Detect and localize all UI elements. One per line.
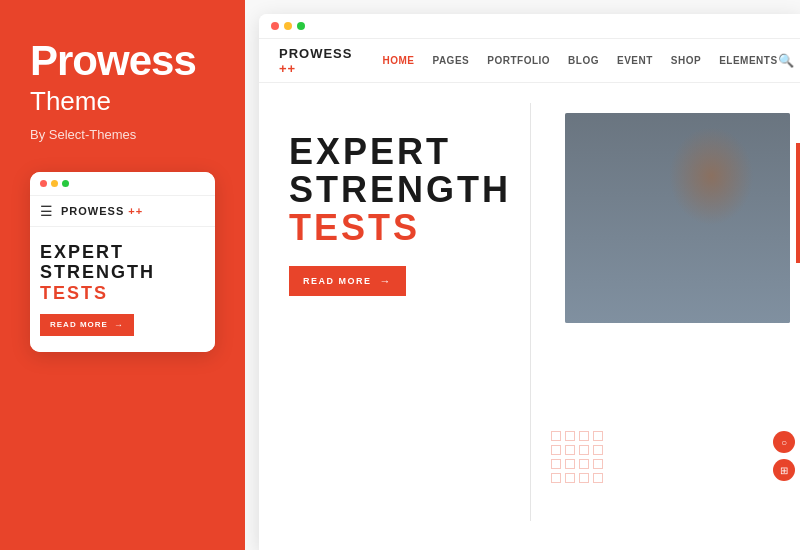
desktop-dot-yellow <box>284 22 292 30</box>
desktop-heading-line1: EXPERT <box>289 133 511 171</box>
mobile-heading-line1: EXPERT <box>40 243 205 263</box>
mobile-preview-card: ☰ PROWESS ++ EXPERT STRENGTH TESTS READ … <box>30 172 215 352</box>
side-icon-cart: ⊞ <box>773 459 795 481</box>
desktop-arrow-icon: → <box>380 275 393 287</box>
mobile-titlebar <box>30 172 215 196</box>
hero-image <box>565 113 790 323</box>
mobile-heading-line2: STRENGTH <box>40 263 205 283</box>
hamburger-icon: ☰ <box>40 203 53 219</box>
desktop-hero-left: EXPERT STRENGTH TESTS READ MORE → <box>259 83 541 541</box>
mobile-arrow-icon: → <box>114 320 124 330</box>
desktop-hero: EXPERT STRENGTH TESTS READ MORE → <box>259 83 800 541</box>
side-icons: ○ ⊞ <box>773 431 795 481</box>
theme-subtitle: Theme <box>30 86 215 117</box>
nav-link-shop[interactable]: SHOP <box>671 55 701 66</box>
desktop-window: PROWESS ++ HOME PAGES PORTFOLIO BLOG EVE… <box>259 14 800 550</box>
desktop-hero-right <box>541 83 800 541</box>
mobile-dot-red <box>40 180 47 187</box>
grid-overlay <box>551 431 631 511</box>
mobile-heading-highlight: TESTS <box>40 283 205 304</box>
nav-link-home[interactable]: HOME <box>382 55 414 66</box>
nav-link-event[interactable]: EVENT <box>617 55 653 66</box>
person-figure <box>565 113 790 323</box>
desktop-nav-icons: 🔍 🛒 ≡ <box>778 51 800 71</box>
desktop-dot-red <box>271 22 279 30</box>
mobile-logo: PROWESS ++ <box>61 205 143 217</box>
desktop-nav-logo: PROWESS ++ <box>279 46 352 76</box>
desktop-titlebar <box>259 14 800 39</box>
mobile-dot-yellow <box>51 180 58 187</box>
desktop-heading-line2: STRENGTH <box>289 171 511 209</box>
nav-link-pages[interactable]: PAGES <box>432 55 469 66</box>
red-bar-accent <box>796 143 800 263</box>
side-icon-circle: ○ <box>773 431 795 453</box>
theme-title: Prowess <box>30 40 215 82</box>
by-line: By Select-Themes <box>30 127 215 142</box>
desktop-dot-green <box>297 22 305 30</box>
mobile-cta-button[interactable]: READ MORE → <box>40 314 134 336</box>
nav-link-portfolio[interactable]: PORTFOLIO <box>487 55 550 66</box>
desktop-nav: PROWESS ++ HOME PAGES PORTFOLIO BLOG EVE… <box>259 39 800 83</box>
mobile-nav: ☰ PROWESS ++ <box>30 196 215 227</box>
mobile-dot-green <box>62 180 69 187</box>
hero-divider <box>530 103 531 521</box>
desktop-heading-highlight: TESTS <box>289 209 511 247</box>
left-panel: Prowess Theme By Select-Themes ☰ PROWESS… <box>0 0 245 550</box>
right-panel: PROWESS ++ HOME PAGES PORTFOLIO BLOG EVE… <box>245 0 800 550</box>
nav-link-elements[interactable]: ELEMENTS <box>719 55 777 66</box>
desktop-cta-button[interactable]: READ MORE → <box>289 266 406 296</box>
nav-link-blog[interactable]: BLOG <box>568 55 599 66</box>
mobile-hero: EXPERT STRENGTH TESTS READ MORE → <box>30 227 215 352</box>
search-icon[interactable]: 🔍 <box>778 53 794 68</box>
desktop-nav-links: HOME PAGES PORTFOLIO BLOG EVENT SHOP ELE… <box>382 55 777 66</box>
